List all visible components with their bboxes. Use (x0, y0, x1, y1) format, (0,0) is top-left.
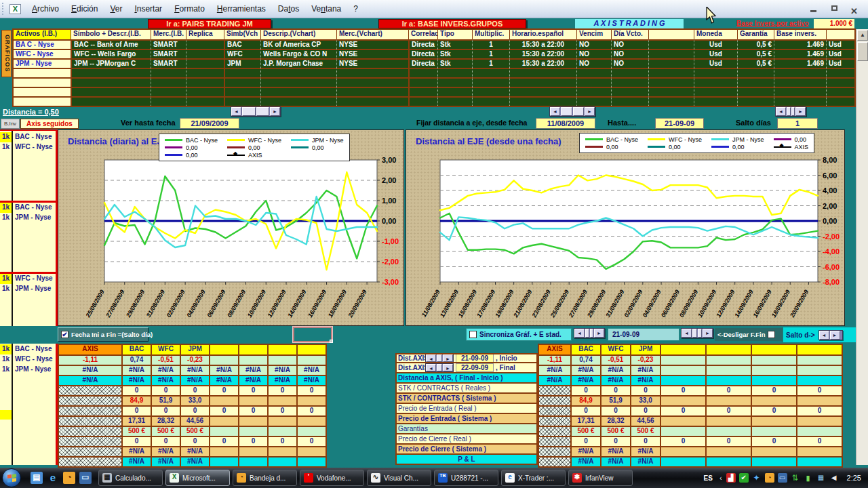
fix-date-scrollbar[interactable]: ◄► (549, 106, 595, 117)
row-label-cell[interactable] (14, 96, 71, 106)
table-cell[interactable] (796, 456, 842, 466)
menu-item-insertar[interactable]: Insertar (128, 1, 168, 16)
scroll-left-arrow-icon[interactable]: ◄ (682, 329, 692, 338)
column-header[interactable] (826, 30, 854, 39)
table-cell[interactable] (751, 375, 796, 385)
table-cell[interactable] (705, 365, 751, 375)
pair-qty[interactable]: 1k (0, 354, 12, 365)
table-cell[interactable]: 0 (180, 385, 209, 395)
data-cell[interactable]: Wells Fargo & CO N (260, 49, 336, 58)
data-cell[interactable] (694, 87, 737, 96)
table-cell[interactable]: #N/A (630, 375, 660, 385)
scroll-right-arrow-icon[interactable]: ► (443, 364, 453, 371)
data-cell[interactable] (648, 87, 694, 96)
data-cell[interactable]: SMART (151, 39, 186, 49)
column-header[interactable]: Replica (186, 30, 224, 39)
table-cell[interactable]: -0,23 (630, 354, 660, 365)
data-cell[interactable]: JPM -- JPMorgan C (71, 58, 151, 68)
table-cell[interactable]: #N/A (180, 375, 209, 385)
salto-dias-value[interactable]: 1 (777, 118, 818, 129)
table-cell[interactable] (660, 426, 705, 436)
column-header[interactable] (751, 345, 796, 354)
table-cell[interactable]: 0 (180, 405, 209, 415)
pair-name[interactable]: JPM - Nyse (12, 213, 51, 223)
column-header[interactable] (209, 345, 238, 354)
table-cell[interactable] (751, 446, 796, 456)
data-cell[interactable] (737, 96, 774, 106)
table-cell[interactable] (539, 436, 570, 446)
data-cell[interactable] (826, 96, 854, 106)
data-cell[interactable]: NYSE (336, 39, 408, 49)
table-cell[interactable] (705, 446, 751, 456)
data-cell[interactable] (648, 77, 694, 87)
data-cell[interactable] (224, 87, 260, 96)
table-cell[interactable]: #N/A (121, 365, 151, 375)
table-cell[interactable] (296, 426, 326, 436)
scroll-thumb[interactable] (585, 329, 589, 338)
table-cell[interactable]: #N/A (180, 365, 209, 375)
pair-qty[interactable]: 1k (0, 142, 12, 152)
data-cell[interactable]: WFC -- Wells Fargo (71, 49, 151, 58)
column-header[interactable]: Día Vcto. (611, 30, 648, 39)
column-header[interactable]: WFC (151, 345, 180, 354)
table-cell[interactable] (796, 415, 842, 426)
scroll-thumb[interactable] (692, 329, 697, 338)
column-header[interactable]: Vencim (576, 30, 611, 39)
scroll-left-arrow-icon[interactable]: ◄ (426, 364, 436, 371)
scroll-right-arrow-icon[interactable]: ► (594, 329, 604, 338)
table-cell[interactable]: #N/A (238, 375, 267, 385)
table-cell[interactable] (209, 426, 238, 436)
table-cell[interactable]: #N/A (209, 375, 238, 385)
table-cell[interactable] (238, 354, 267, 365)
table-cell[interactable]: 0 (267, 405, 296, 415)
table-cell[interactable]: -1,11 (539, 354, 570, 365)
data-cell[interactable] (826, 87, 854, 96)
menu-item-ventana[interactable]: Ventana (305, 1, 347, 16)
data-cell[interactable] (648, 49, 694, 58)
checkbox-unchecked-icon[interactable] (469, 331, 477, 338)
table-cell[interactable]: 0 (296, 436, 326, 446)
data-cell[interactable] (186, 77, 224, 87)
data-cell[interactable] (826, 68, 854, 77)
table-cell[interactable]: 0,74 (121, 354, 151, 365)
table-cell[interactable]: #N/A (570, 456, 600, 466)
data-cell[interactable] (71, 96, 151, 106)
scroll-thumb[interactable] (437, 364, 442, 371)
table-cell[interactable] (660, 365, 705, 375)
data-cell[interactable] (437, 96, 472, 106)
table-cell[interactable]: 0 (121, 436, 151, 446)
table-cell[interactable] (705, 415, 751, 426)
table-cell[interactable] (705, 354, 751, 365)
data-cell[interactable] (260, 68, 336, 77)
table-cell[interactable]: 0 (600, 385, 630, 395)
menu-item-edicin[interactable]: Edición (65, 1, 104, 16)
data-cell[interactable]: NYSE (336, 58, 408, 68)
table-cell[interactable] (751, 395, 796, 405)
scroll-thumb[interactable] (256, 107, 270, 116)
table-cell[interactable]: 0 (209, 385, 238, 395)
table-cell[interactable]: #N/A (151, 456, 180, 466)
data-cell[interactable] (611, 77, 648, 87)
table-cell[interactable]: 17,31 (570, 415, 600, 426)
table-cell[interactable]: 0 (267, 385, 296, 395)
table-cell[interactable]: #N/A (267, 365, 296, 375)
column-header[interactable]: Merc.(I.B. (151, 30, 186, 39)
task-button-xtrader[interactable]: eX-Trader :... (501, 470, 566, 486)
column-header[interactable]: Correlac (408, 30, 437, 39)
table-cell[interactable]: #N/A (180, 456, 209, 466)
data-cell[interactable]: 0,5 € (737, 58, 774, 68)
data-cell[interactable]: Usd (826, 39, 854, 49)
data-cell[interactable]: 1.469 (774, 58, 826, 68)
data-cell[interactable]: 15:30 a 22:00 (509, 39, 576, 49)
scroll-right-arrow-icon[interactable]: ► (270, 107, 280, 116)
shield-icon[interactable]: ✔ (739, 473, 749, 483)
data-cell[interactable]: 0,5 € (737, 49, 774, 58)
table-cell[interactable]: #N/A (121, 375, 151, 385)
scroll-thumb[interactable] (437, 354, 442, 362)
table-cell[interactable]: 0 (705, 436, 751, 446)
pair-name[interactable]: JPM - Nyse (12, 284, 51, 294)
table-cell[interactable]: 0 (796, 385, 842, 395)
data-cell[interactable] (186, 87, 224, 96)
column-header[interactable] (267, 345, 296, 354)
menu-item-herramientas[interactable]: Herramientas (211, 1, 272, 16)
